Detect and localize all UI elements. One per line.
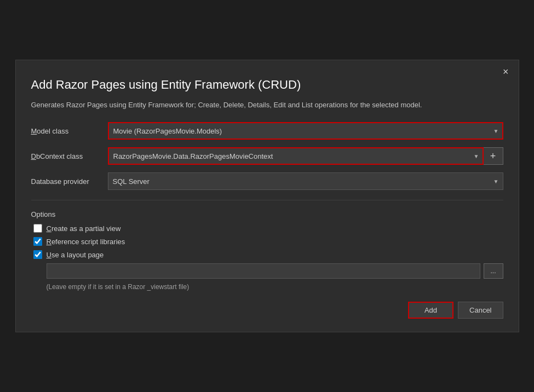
use-layout-label[interactable]: Use a layout page — [47, 251, 104, 259]
database-provider-wrapper: SQL Server ▼ — [108, 172, 503, 190]
model-class-select-wrapper: Movie (RazorPagesMovie.Models) ▼ — [108, 122, 503, 140]
dbcontext-class-label: DbContext class — [31, 152, 108, 160]
model-class-label: Model class — [31, 127, 108, 135]
reference-scripts-row: Reference script libraries — [33, 237, 503, 246]
reference-scripts-label[interactable]: Reference script libraries — [47, 238, 125, 246]
browse-button[interactable]: ... — [484, 263, 503, 279]
use-layout-row: Use a layout page — [33, 250, 503, 259]
database-provider-select-wrapper: SQL Server ▼ — [108, 172, 503, 190]
database-provider-label: Database provider — [31, 177, 108, 186]
options-section: Options Create as a partial view Referen… — [31, 210, 503, 291]
database-provider-row: Database provider SQL Server ▼ — [31, 172, 503, 190]
partial-view-row: Create as a partial view — [33, 224, 503, 233]
cancel-button[interactable]: Cancel — [458, 302, 503, 319]
add-button[interactable]: Add — [408, 302, 453, 319]
hint-text: (Leave empty if it is set in a Razor _vi… — [47, 283, 503, 291]
options-label: Options — [31, 210, 503, 218]
dbcontext-class-row: DbContext class RazorPagesMovie.Data.Raz… — [31, 147, 503, 165]
dialog-footer: Add Cancel — [31, 302, 503, 319]
model-class-select[interactable]: Movie (RazorPagesMovie.Models) — [108, 122, 503, 140]
layout-page-input-row: ... — [47, 263, 503, 279]
add-dbcontext-button[interactable]: + — [484, 147, 503, 165]
model-class-row: Model class Movie (RazorPagesMovie.Model… — [31, 122, 503, 140]
dbcontext-class-select[interactable]: RazorPagesMovie.Data.RazorPagesMovieCont… — [108, 147, 484, 165]
dialog-description: Generates Razor Pages using Entity Frame… — [31, 100, 503, 111]
close-button[interactable]: × — [499, 66, 512, 78]
partial-view-label[interactable]: Create as a partial view — [47, 224, 121, 233]
database-provider-select[interactable]: SQL Server — [108, 172, 503, 190]
dbcontext-class-wrapper: RazorPagesMovie.Data.RazorPagesMovieCont… — [108, 147, 503, 165]
divider — [31, 200, 503, 200]
reference-scripts-checkbox[interactable] — [33, 237, 42, 246]
dialog-container: × Add Razor Pages using Entity Framework… — [15, 60, 519, 333]
use-layout-checkbox[interactable] — [33, 250, 42, 259]
model-class-wrapper: Movie (RazorPagesMovie.Models) ▼ — [108, 122, 503, 140]
dbcontext-select-wrapper: RazorPagesMovie.Data.RazorPagesMovieCont… — [108, 147, 484, 165]
layout-page-input[interactable] — [47, 263, 480, 279]
partial-view-checkbox[interactable] — [33, 224, 42, 233]
dialog-title: Add Razor Pages using Entity Framework (… — [31, 78, 503, 92]
